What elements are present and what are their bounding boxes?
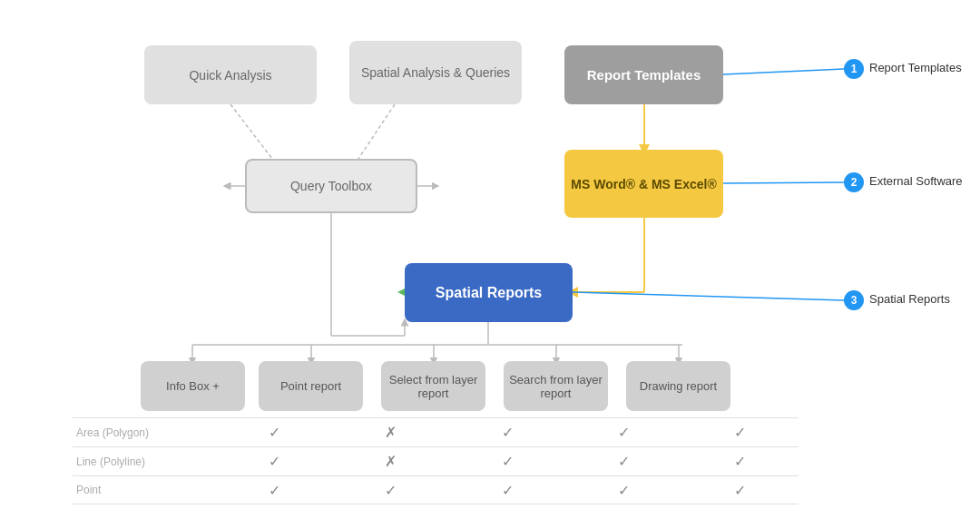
cell-line-3: ✓	[449, 453, 565, 470]
info-box-label: Info Box +	[166, 379, 220, 393]
badge-2: 2	[844, 172, 864, 192]
query-toolbox-node: Query Toolbox	[245, 159, 417, 213]
select-from-label: Select from layer report	[381, 373, 485, 400]
point-report-label: Point report	[280, 379, 341, 393]
svg-line-16	[723, 69, 844, 74]
table-row: Area (Polygon) ✓ ✗ ✓ ✓ ✓	[73, 417, 799, 446]
ms-word-node: MS Word® & MS Excel®	[564, 150, 723, 218]
cell-area-5: ✓	[682, 424, 799, 441]
cell-point-1: ✓	[216, 482, 332, 499]
badge-3: 3	[844, 290, 864, 310]
badge-2-label: External Software	[869, 174, 963, 188]
badge-1-label: Report Templates	[869, 61, 962, 74]
svg-marker-5	[397, 289, 405, 296]
row-label-point: Point	[73, 484, 216, 496]
report-templates-label: Report Templates	[587, 67, 701, 83]
cell-point-3: ✓	[449, 482, 565, 499]
quick-analysis-label: Quick Analysis	[189, 68, 271, 83]
info-box-node: Info Box +	[141, 361, 245, 411]
cell-area-3: ✓	[449, 424, 565, 441]
table-row: Line (Polyline) ✓ ✗ ✓ ✓ ✓	[73, 446, 799, 475]
spatial-analysis-node: Spatial Analysis & Queries	[349, 41, 522, 104]
svg-line-0	[230, 104, 272, 159]
spatial-reports-label: Spatial Reports	[436, 285, 542, 301]
report-templates-node: Report Templates	[564, 45, 723, 104]
cell-area-1: ✓	[216, 424, 332, 441]
cell-point-4: ✓	[565, 482, 681, 499]
cell-area-4: ✓	[565, 424, 681, 441]
query-toolbox-label: Query Toolbox	[290, 179, 372, 193]
row-label-line: Line (Polyline)	[73, 455, 216, 468]
cell-line-5: ✓	[682, 453, 799, 470]
cell-line-2: ✗	[332, 453, 448, 470]
cell-area-2: ✗	[332, 424, 448, 441]
cell-line-1: ✓	[216, 453, 332, 470]
table-row: Point ✓ ✓ ✓ ✓ ✓	[73, 475, 799, 504]
ms-word-label: MS Word® & MS Excel®	[571, 177, 716, 191]
search-from-node: Search from layer report	[504, 361, 608, 411]
svg-line-17	[723, 182, 844, 183]
search-from-label: Search from layer report	[504, 373, 608, 400]
drawing-report-node: Drawing report	[626, 361, 730, 411]
point-report-node: Point report	[259, 361, 363, 411]
drawing-report-label: Drawing report	[640, 379, 717, 393]
spatial-reports-node: Spatial Reports	[405, 263, 573, 322]
row-label-area: Area (Polygon)	[73, 426, 216, 439]
cell-point-5: ✓	[682, 482, 799, 499]
badge-3-label: Spatial Reports	[869, 292, 950, 306]
select-from-node: Select from layer report	[381, 361, 485, 411]
cell-line-4: ✓	[565, 453, 681, 470]
svg-line-18	[573, 292, 844, 300]
badge-1: 1	[844, 59, 864, 79]
quick-analysis-node: Quick Analysis	[144, 45, 317, 104]
cell-point-2: ✓	[332, 482, 448, 499]
svg-line-1	[358, 104, 395, 159]
bottom-table: Area (Polygon) ✓ ✗ ✓ ✓ ✓ Line (Polyline)…	[73, 417, 799, 504]
diagram-container: Quick Analysis Spatial Analysis & Querie…	[0, 0, 980, 509]
spatial-analysis-label: Spatial Analysis & Queries	[361, 65, 510, 80]
